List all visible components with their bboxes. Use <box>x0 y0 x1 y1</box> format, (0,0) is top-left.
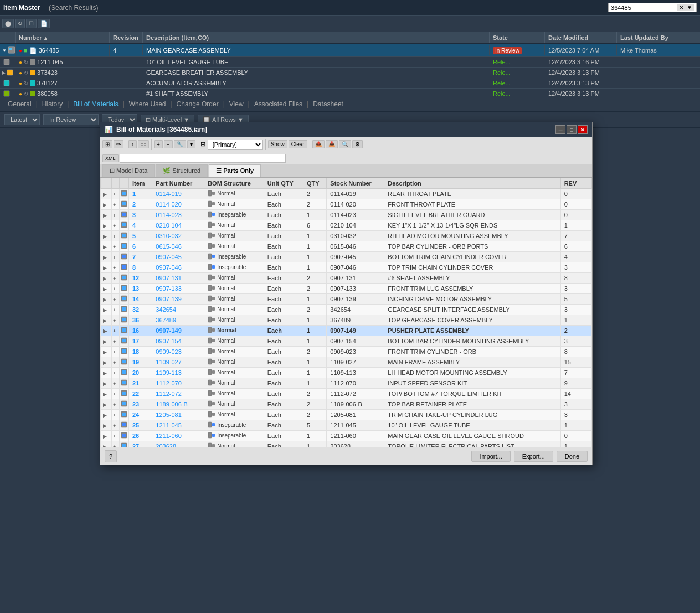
row-revision <box>110 71 143 74</box>
modal-close-btn[interactable]: ✕ <box>578 125 588 128</box>
color-sq <box>30 59 35 65</box>
svg-rect-1 <box>9 48 12 50</box>
col-expand <box>0 32 16 43</box>
top-bar: Item Master (Search Results) ✕ ▼ <box>0 0 700 16</box>
col-date[interactable]: Date Modified <box>545 32 617 43</box>
row-revision <box>110 81 143 85</box>
table-row[interactable]: ▼ ● ■ 📄 364485 4 MAIN GEARCASE ASSEMBLY … <box>0 44 700 57</box>
bom-title-icon: 📊 <box>105 126 113 128</box>
child-rows: ● ↻ 1211-045 10" OIL LEVEL GAUGE TUBE Re… <box>0 57 700 97</box>
row-state: Rele... <box>490 78 545 88</box>
row-date: 12/4/2023 3:13 PM <box>545 78 617 88</box>
recycle-icon: ↻ <box>24 91 28 97</box>
row-expand <box>0 89 16 97</box>
row-number: ● ↻ 380058 <box>16 89 110 97</box>
row-expand[interactable]: ▼ <box>0 44 16 56</box>
recycle-icon: ↻ <box>24 80 28 86</box>
table-row[interactable]: ● ↻ 1211-045 10" OIL LEVEL GAUGE TUBE Re… <box>0 57 700 68</box>
refresh-btn[interactable]: ↻ <box>15 19 25 28</box>
green-sq: ■ <box>24 47 28 54</box>
row-state: Rele... <box>490 68 545 78</box>
modal-titlebar: 📊 Bill of Materials [364485.iam] ─ □ ✕ <box>100 122 592 128</box>
svg-rect-5 <box>4 91 9 96</box>
stop-btn[interactable]: ⬤ <box>2 19 14 28</box>
nav-tabs: General | History | Bill of Materials | … <box>0 97 700 112</box>
row-date: 12/4/2023 3:13 PM <box>545 68 617 78</box>
table-row[interactable]: ● ↻ 380058 #1 SHAFT ASSEMBLY Rele... 12/… <box>0 89 700 97</box>
row-date: 12/4/2023 3:13 PM <box>545 89 617 97</box>
search-clear-btn[interactable]: ✕ <box>677 4 685 11</box>
row-revision: 4 <box>110 45 143 55</box>
tab-where-used[interactable]: Where Used <box>126 99 169 109</box>
column-headers: Number Revision Description (Item,CO) St… <box>0 32 700 44</box>
modal-minimize-btn[interactable]: ─ <box>555 125 565 128</box>
row-updated-by: Mike Thomas <box>617 45 700 55</box>
tab-view[interactable]: View <box>226 99 247 109</box>
col-number[interactable]: Number <box>16 32 110 43</box>
row-revision <box>110 92 143 95</box>
warning-icon: ● <box>19 70 22 76</box>
table-row[interactable]: ● ↻ 378127 ACCUMULATOR ASSEMBLY Rele... … <box>0 78 700 89</box>
part-icon <box>3 80 10 86</box>
row-state: In Review <box>490 45 545 55</box>
search-input[interactable] <box>611 4 677 11</box>
part-icon <box>3 90 10 97</box>
row-description: MAIN GEARCASE ASSEMBLY <box>143 45 490 55</box>
row-updated-by <box>617 92 700 95</box>
row-date: 12/5/2023 7:04 AM <box>545 45 617 55</box>
warning-icon: ● <box>19 59 22 65</box>
row-description: GEARCASE BREATHER ASSEMBLY <box>143 68 490 78</box>
col-revision[interactable]: Revision <box>110 32 143 43</box>
row-description: ACCUMULATOR ASSEMBLY <box>143 78 490 88</box>
row-updated-by <box>617 60 700 64</box>
main-toolbar: ⬤ ↻ ☐ 📄 <box>0 16 700 32</box>
row-updated-by <box>617 81 700 85</box>
row-description: 10" OIL LEVEL GAUGE TUBE <box>143 57 490 67</box>
in-review-select[interactable]: In Review <box>43 114 99 125</box>
app-subtitle: (Search Results) <box>49 4 98 12</box>
col-state[interactable]: State <box>490 32 545 43</box>
bom-modal: 📊 Bill of Materials [364485.iam] ─ □ ✕ ⊞… <box>100 122 593 128</box>
tab-associated-files[interactable]: Associated Files <box>251 99 306 109</box>
row-expand <box>0 57 16 67</box>
assembly-icon <box>8 46 16 54</box>
warning-icon: ● <box>19 91 22 97</box>
row-state: Rele... <box>490 57 545 67</box>
row-state: Rele... <box>490 89 545 97</box>
tab-bom[interactable]: Bill of Materials <box>70 99 121 109</box>
tab-general[interactable]: General <box>4 99 35 109</box>
svg-rect-4 <box>4 80 9 86</box>
check-btn[interactable]: ☐ <box>26 19 37 28</box>
svg-rect-3 <box>7 70 13 75</box>
row-date: 12/4/2023 3:16 PM <box>545 57 617 67</box>
warning-icon: ● <box>19 80 22 86</box>
tab-datasheet[interactable]: Datasheet <box>310 99 347 109</box>
row-description: #1 SHAFT ASSEMBLY <box>143 89 490 97</box>
latest-select[interactable]: Latest <box>4 114 40 125</box>
row-expand <box>0 78 16 88</box>
row-number: ● ↻ 1211-045 <box>16 57 110 67</box>
row-expand: ▶ <box>0 68 16 78</box>
tab-change-order[interactable]: Change Order <box>173 99 222 109</box>
app-title: Item Master <box>3 4 40 12</box>
col-last-updated[interactable]: Last Updated By <box>617 32 700 43</box>
list-area: ▼ ● ■ 📄 364485 4 MAIN GEARCASE ASSEMBLY … <box>0 44 700 97</box>
row-revision <box>110 60 143 64</box>
color-sq <box>30 70 35 75</box>
svg-rect-2 <box>4 59 9 65</box>
row-number: ● ↻ 373423 <box>16 68 110 78</box>
search-box[interactable]: ✕ ▼ <box>608 3 697 12</box>
tab-history[interactable]: History <box>39 99 66 109</box>
search-go-btn[interactable]: ▼ <box>685 4 694 11</box>
part-icon <box>7 69 13 76</box>
modal-maximize-btn[interactable]: □ <box>567 125 577 128</box>
table-row[interactable]: ▶ ● ↻ 373423 GEARCASE BREATHER ASSEMBLY … <box>0 68 700 78</box>
col-description[interactable]: Description (Item,CO) <box>143 32 490 43</box>
modal-title: Bill of Materials [364485.iam] <box>116 126 555 128</box>
part-icon <box>3 59 10 65</box>
recycle-icon: ↻ <box>24 70 28 76</box>
doc-btn[interactable]: 📄 <box>38 19 50 28</box>
row-updated-by <box>617 71 700 74</box>
recycle-icon: ↻ <box>24 59 28 65</box>
row-number: ● ↻ 378127 <box>16 78 110 88</box>
